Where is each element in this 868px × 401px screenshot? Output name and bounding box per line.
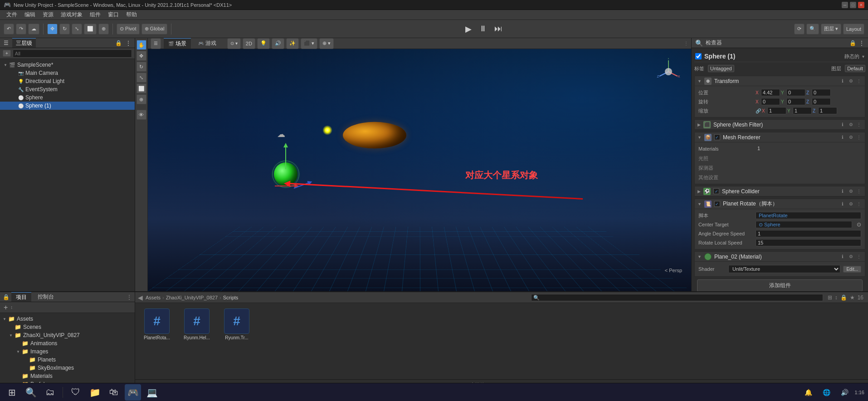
tag-dropdown[interactable]: Untagged [708, 65, 734, 72]
mesh-renderer-info[interactable]: ℹ [839, 134, 846, 141]
rect-tool-side[interactable]: ⬜ [137, 83, 146, 93]
script-info[interactable]: ℹ [839, 201, 846, 207]
add-component-button[interactable]: 添加组件 [697, 279, 863, 291]
taskbar-explorer-btn[interactable]: 📁 [87, 384, 103, 401]
lock-assets-btn[interactable]: 🔒 [840, 294, 847, 301]
pos-z-field[interactable] [812, 89, 831, 96]
asset-ryunm-hel[interactable]: # Ryunm.Hel... [179, 307, 215, 342]
tree-images[interactable]: ▼ 📁 Images [0, 347, 135, 356]
material-header[interactable]: ▼ Plane_02 (Material) ℹ ⚙ ⋮ [695, 252, 865, 262]
mesh-renderer-settings[interactable]: ⚙ [848, 134, 854, 141]
transform-tool[interactable]: ⊕ [98, 24, 109, 34]
asset-planetrota[interactable]: # PlanetRota... [139, 307, 175, 342]
menu-component[interactable]: 组件 [86, 10, 104, 20]
global-btn[interactable]: ⊕ Global [141, 24, 168, 34]
tree-skyboxImages[interactable]: 📁 SkyBoxImages [0, 364, 135, 372]
add-project-btn[interactable]: + [3, 303, 9, 312]
breadcrumb-zhaoxivip[interactable]: ZhaoXi_UnityVIP_0827 [166, 295, 218, 300]
tree-scenes[interactable]: 📁 Scenes [0, 323, 135, 331]
tree-assets[interactable]: ▼ 📁 Assets [0, 315, 135, 323]
script-settings[interactable]: ⚙ [848, 201, 854, 207]
pos-y-field[interactable] [786, 89, 805, 96]
mesh-filter-header[interactable]: ▶ ⬛ Sphere (Mesh Filter) ℹ ⚙ ⋮ [695, 120, 865, 130]
inspector-lock[interactable]: 🔒 [849, 40, 856, 46]
rotate-tool-side[interactable]: ↻ [137, 62, 146, 72]
script-ref-field[interactable]: PlanetRotate [756, 212, 861, 219]
tree-zhaoxivip[interactable]: ▼ 📁 ZhaoXi_UnityVIP_0827 [0, 331, 135, 339]
material-settings[interactable]: ⚙ [848, 254, 854, 260]
undo-btn[interactable]: ↶ [4, 24, 14, 34]
transform-header[interactable]: ▼ ⊕ Transform ℹ ⚙ ⋮ [695, 76, 865, 86]
mesh-renderer-enabled[interactable]: ✓ [714, 134, 720, 140]
pos-x-field[interactable] [761, 89, 780, 96]
2d-btn[interactable]: 2D [243, 38, 255, 49]
redo-btn[interactable]: ↷ [16, 24, 26, 34]
sync-btn[interactable]: ↕ [835, 294, 838, 301]
scale-lock-icon[interactable]: 🔗 [756, 108, 761, 113]
layers-btn[interactable]: 图层 ▾ [821, 24, 841, 34]
collab-btn[interactable]: ⟳ [794, 24, 805, 34]
rect-tool[interactable]: ⬜ [84, 24, 97, 34]
center-target-select[interactable]: ⊙ [857, 221, 861, 228]
taskbar-notification[interactable]: 🔔 [800, 384, 817, 401]
taskbar-sound[interactable]: 🔊 [837, 384, 853, 401]
play-button[interactable]: ▶ [463, 24, 473, 34]
rotate-local-field[interactable] [756, 239, 861, 246]
taskbar-start-btn[interactable]: ⊞ [4, 384, 20, 401]
transform-menu[interactable]: ⋮ [856, 78, 862, 84]
taskbar-search-btn[interactable]: 🔍 [23, 384, 39, 401]
tab-scene[interactable]: 🎬 场景 [164, 38, 191, 49]
material-info[interactable]: ℹ [839, 254, 846, 260]
menu-window[interactable]: 窗口 [104, 10, 122, 20]
pause-button[interactable]: ⏸ [477, 24, 489, 34]
hier-item-samplescene[interactable]: ▼ 🎬 SampleScene* [0, 61, 135, 69]
mesh-renderer-header[interactable]: ▼ 📦 ✓ Mesh Renderer ℹ ⚙ ⋮ [695, 132, 865, 142]
layout-btn[interactable]: Layout [843, 24, 864, 34]
menu-file[interactable]: 文件 [3, 10, 21, 20]
menu-gameobject[interactable]: 游戏对象 [57, 10, 86, 20]
hier-item-eventsystem[interactable]: 🔧 EventSystem [0, 85, 135, 93]
scale-y-field[interactable] [793, 107, 812, 114]
scene-toolbar-menu[interactable]: ☰ [151, 38, 161, 49]
scene-canvas[interactable]: ☁ 对应大个星系对象 [148, 49, 691, 291]
menu-edit[interactable]: 编辑 [21, 10, 39, 20]
hierarchy-lock[interactable]: 🔒 [115, 40, 122, 46]
rotate-tool[interactable]: ↻ [59, 24, 70, 34]
static-dropdown[interactable]: ▾ [862, 54, 864, 59]
tree-toggle[interactable]: ↕ [10, 305, 13, 310]
object-active-checkbox[interactable] [695, 53, 702, 59]
project-options[interactable]: ⋮ [127, 294, 132, 300]
planet-rotate-header[interactable]: ▼ 📜 ✓ Planet Rotate（脚本） ℹ ⚙ ⋮ [695, 199, 865, 209]
taskbar-edge-btn[interactable]: 🛡 [68, 384, 84, 401]
search-btn[interactable]: 🔍 [806, 24, 819, 34]
transform-settings[interactable]: ⚙ [848, 78, 854, 84]
sphere-collider-settings[interactable]: ⚙ [848, 188, 854, 195]
gizmos-btn[interactable]: ⊕ ▾ [319, 38, 334, 49]
script-menu[interactable]: ⋮ [856, 201, 862, 207]
sphere-collider-header[interactable]: ▶ ⚽ ✓ Sphere Collider ℹ ⚙ ⋮ [695, 186, 865, 196]
scale-tool[interactable]: ⤡ [72, 24, 82, 34]
angle-speed-field[interactable] [756, 230, 861, 237]
mesh-renderer-menu[interactable]: ⋮ [856, 134, 862, 141]
scale-x-field[interactable] [767, 107, 786, 114]
hierarchy-options[interactable]: ⋮ [126, 40, 131, 46]
hier-item-sphere1[interactable]: ⚪ Sphere (1) [0, 102, 135, 110]
tree-animations[interactable]: 📁 Animations [0, 339, 135, 347]
shader-edit-btn[interactable]: Edit... [843, 266, 861, 273]
rot-x-field[interactable] [761, 98, 780, 105]
close-button[interactable]: ✕ [858, 2, 864, 8]
hierarchy-tab[interactable]: 三层级 [12, 38, 36, 48]
asset-back-btn[interactable]: ◀ [138, 294, 143, 301]
hand-tool[interactable]: ✋ [137, 40, 146, 50]
sphere-collider-info[interactable]: ℹ [839, 188, 846, 195]
sphere-collider-enabled[interactable]: ✓ [713, 188, 719, 194]
move-tool-side[interactable]: ✥ [137, 51, 146, 61]
minimize-button[interactable]: ─ [842, 2, 848, 8]
menu-help[interactable]: 帮助 [122, 10, 141, 20]
scene-view-btn[interactable]: ⊙ ▾ [227, 38, 241, 49]
inspector-options[interactable]: ⋮ [859, 40, 864, 46]
hier-item-directionallight[interactable]: 💡 Directional Light [0, 77, 135, 85]
center-target-field[interactable]: ⊙ Sphere [756, 221, 852, 228]
assets-search-input[interactable] [531, 294, 823, 301]
step-button[interactable]: ⏭ [493, 24, 504, 34]
